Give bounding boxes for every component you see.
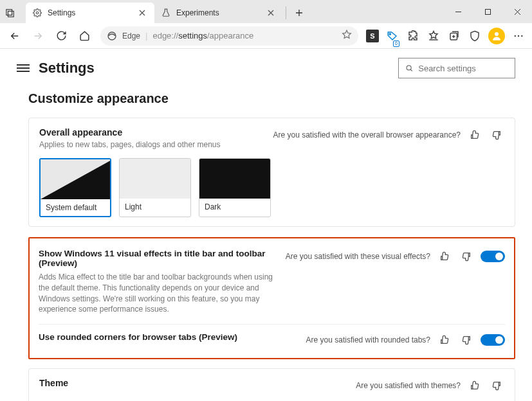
setting-description: Adds Mica effect to the title bar and to…	[39, 272, 279, 315]
window-titlebar: Settings Experiments	[0, 0, 532, 23]
arrow-right-icon	[32, 30, 44, 42]
minimize-icon	[455, 8, 462, 15]
home-button[interactable]	[73, 26, 95, 46]
svg-point-11	[407, 66, 411, 70]
thumbs-down-button[interactable]	[459, 332, 474, 348]
svg-point-8	[515, 35, 516, 36]
thumbs-up-button[interactable]	[467, 378, 482, 393]
extensions-button[interactable]	[403, 26, 423, 46]
thumbs-up-button[interactable]	[467, 127, 482, 143]
refresh-icon	[56, 30, 67, 41]
search-settings-input[interactable]	[418, 64, 508, 73]
thumbs-down-icon	[491, 130, 502, 140]
separator: |	[145, 31, 147, 40]
option-label: System default	[41, 199, 110, 216]
feedback-question: Are you satisfied with rounded tabs?	[306, 335, 430, 344]
feedback-question: Are you satisfied with these visual effe…	[286, 252, 430, 261]
preview	[41, 159, 110, 199]
tab-label: Experiments	[176, 8, 219, 17]
address-bar[interactable]: Edge | edge://settings/appearance	[100, 26, 358, 46]
tab-divider	[286, 6, 286, 19]
forward-button[interactable]	[27, 26, 49, 46]
maximize-button[interactable]	[473, 0, 502, 23]
close-tab-button[interactable]	[265, 7, 277, 19]
appearance-options: System default Light Dark	[39, 158, 504, 217]
star-list-icon	[428, 30, 439, 42]
menu-button[interactable]	[17, 64, 30, 72]
appearance-option-light[interactable]: Light	[119, 158, 191, 217]
close-tab-button[interactable]	[136, 7, 148, 19]
close-icon	[268, 10, 274, 16]
badge: 0	[393, 40, 399, 47]
tab-label: Settings	[48, 8, 75, 17]
home-icon	[79, 30, 90, 41]
flask-icon	[161, 8, 171, 18]
thumbs-down-button[interactable]	[489, 378, 504, 393]
minimize-button[interactable]	[443, 0, 473, 23]
svg-rect-0	[6, 10, 12, 15]
content-area: Settings Customize appearance Overall ap…	[0, 49, 532, 401]
collections-button[interactable]	[445, 26, 464, 46]
setting-title: Use rounded corners for browser tabs (Pr…	[39, 332, 300, 342]
settings-title: Settings	[39, 60, 95, 76]
svg-point-5	[389, 33, 390, 34]
setting-title: Show Windows 11 visual effects in title …	[39, 249, 279, 268]
thumbs-down-button[interactable]	[459, 249, 474, 264]
close-icon	[139, 10, 145, 16]
page-title: Customize appearance	[28, 91, 515, 106]
more-button[interactable]	[509, 26, 528, 46]
search-settings-box[interactable]	[398, 58, 515, 78]
tab-experiments[interactable]: Experiments	[154, 3, 283, 23]
tab-actions-button[interactable]	[0, 3, 21, 23]
favorite-button[interactable]	[342, 30, 352, 42]
search-icon	[405, 64, 413, 73]
close-window-button[interactable]	[502, 0, 532, 23]
svg-point-10	[521, 35, 522, 36]
maximize-icon	[484, 8, 491, 15]
window-controls	[443, 0, 532, 23]
thumbs-up-button[interactable]	[437, 332, 452, 348]
star-icon	[342, 30, 352, 40]
overall-appearance-card: Overall appearance Applies to new tabs, …	[28, 118, 515, 227]
browser-toolbar: Edge | edge://settings/appearance S 0	[0, 23, 532, 49]
appearance-option-dark[interactable]: Dark	[199, 158, 271, 217]
settings-page: Customize appearance Overall appearance …	[0, 87, 532, 401]
preview	[120, 159, 190, 199]
visual-effects-toggle[interactable]	[481, 251, 505, 262]
svg-rect-1	[8, 11, 14, 17]
card-title: Overall appearance	[39, 127, 273, 138]
thumbs-down-button[interactable]	[489, 127, 504, 143]
preview	[199, 159, 270, 199]
new-tab-button[interactable]	[289, 3, 309, 23]
tab-strip: Settings Experiments	[21, 3, 443, 23]
thumbs-up-button[interactable]	[437, 249, 452, 264]
feedback-group: Are you satisfied with themes?	[356, 378, 504, 393]
thumbs-down-icon	[461, 251, 472, 262]
favorites-button[interactable]	[424, 26, 443, 46]
arrow-left-icon	[9, 30, 21, 42]
edge-logo-icon	[107, 31, 117, 41]
svg-point-2	[36, 12, 39, 14]
back-button[interactable]	[4, 26, 26, 46]
feedback-question: Are you satisfied with themes?	[356, 381, 461, 390]
profile-avatar[interactable]	[488, 28, 505, 44]
rounded-tabs-setting: Use rounded corners for browser tabs (Pr…	[39, 324, 505, 352]
more-horizontal-icon	[513, 30, 524, 42]
security-button[interactable]	[465, 26, 484, 46]
collections-icon	[448, 30, 460, 42]
feedback-question: Are you satisfied with the overall brows…	[273, 130, 461, 139]
rounded-tabs-toggle[interactable]	[481, 334, 505, 346]
card-title: Theme	[39, 378, 356, 388]
visual-effects-setting: Show Windows 11 visual effects in title …	[39, 245, 505, 319]
thumbs-up-icon	[470, 380, 480, 391]
option-label: Light	[120, 199, 190, 215]
gear-icon	[32, 8, 42, 18]
thumbs-up-icon	[470, 130, 480, 140]
tab-settings[interactable]: Settings	[26, 3, 154, 23]
shopping-button[interactable]: 0	[383, 26, 402, 46]
extension-s[interactable]: S	[366, 30, 379, 42]
appearance-option-system-default[interactable]: System default	[39, 158, 111, 217]
refresh-button[interactable]	[50, 26, 72, 46]
close-icon	[514, 8, 521, 15]
thumbs-down-icon	[491, 380, 502, 391]
